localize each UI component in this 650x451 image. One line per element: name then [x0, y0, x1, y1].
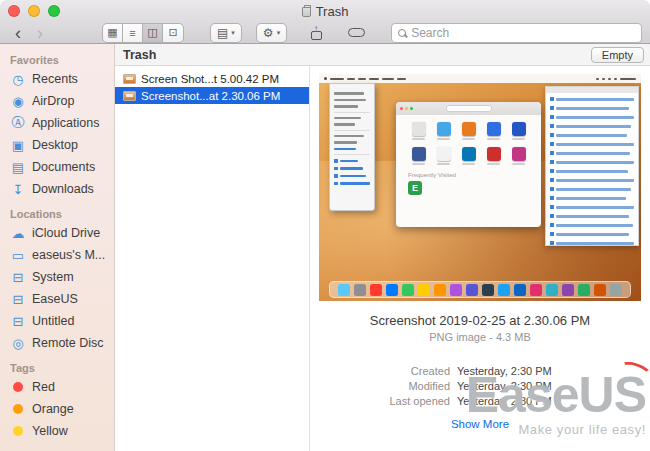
- sidebar-item-desktop[interactable]: ▣Desktop: [0, 134, 114, 156]
- thumb-menu-item: [334, 99, 370, 102]
- thumb-app-label: [462, 163, 475, 165]
- thumb-safari-window: Frequently Visited E: [396, 102, 541, 227]
- thumb-file-name-text: [556, 197, 627, 200]
- file-list: Screen Shot...t 5.00.42 PMScreenshot...a…: [115, 66, 310, 451]
- thumb-list-row: [550, 178, 634, 182]
- file-row[interactable]: Screen Shot...t 5.00.42 PM: [115, 70, 309, 87]
- titlebar[interactable]: Trash: [0, 0, 650, 20]
- empty-trash-button[interactable]: Empty: [591, 47, 644, 63]
- thumb-menu-item: [334, 123, 370, 126]
- sidebar-item-untitled[interactable]: ⊟Untitled: [0, 310, 114, 332]
- pathbar: Trash Empty: [115, 44, 650, 66]
- detail-label: Created: [310, 364, 450, 379]
- thumb-status-icon: [596, 78, 599, 80]
- thumb-app-icon-tile: [487, 147, 501, 161]
- sidebar-item-recents[interactable]: ◷Recents: [0, 68, 114, 90]
- toolbar: ‹ › ▦≡◫⊡ ▤ ▾ ⚙ ▾: [0, 21, 650, 44]
- thumb-dock-icon: [450, 284, 462, 296]
- thumb-app-icon-tile: [437, 122, 451, 136]
- action-menu-button[interactable]: ⚙ ▾: [256, 23, 287, 43]
- gallery-view-button[interactable]: ⊡: [163, 24, 183, 42]
- macbook-icon: ▭: [10, 248, 26, 263]
- sidebar-item-orange[interactable]: Orange: [0, 398, 114, 420]
- zoom-button[interactable]: [48, 5, 60, 17]
- thumb-file-icon: [550, 169, 554, 173]
- list-view-button[interactable]: ≡: [123, 24, 143, 42]
- tag-button[interactable]: [343, 28, 369, 37]
- sidebar-item-yellow[interactable]: Yellow: [0, 420, 114, 442]
- detail-row: CreatedYesterday, 2:30 PM: [310, 364, 650, 379]
- thumb-dock-icon: [386, 284, 398, 296]
- thumb-dock-icon: [594, 284, 606, 296]
- file-row[interactable]: Screenshot...at 2.30.06 PM: [115, 87, 309, 104]
- thumb-app-icon-tile: [412, 147, 426, 161]
- detail-value: Yesterday, 2:30 PM: [450, 394, 552, 409]
- sidebar-item-remote-disc[interactable]: ◎Remote Disc: [0, 332, 114, 354]
- sidebar-item-airdrop[interactable]: ◉AirDrop: [0, 90, 114, 112]
- sidebar-item-documents[interactable]: ▤Documents: [0, 156, 114, 178]
- thumb-menu-item: [334, 117, 370, 120]
- group-button[interactable]: ▤ ▾: [210, 23, 242, 43]
- thumb-app-label: [437, 138, 450, 140]
- thumb-dock-icon: [546, 284, 558, 296]
- thumb-file-name-text: [556, 125, 632, 128]
- back-button[interactable]: ‹: [8, 23, 28, 43]
- column-view-button[interactable]: ◫: [143, 24, 163, 42]
- share-button[interactable]: [303, 26, 329, 40]
- window-title-text: Trash: [316, 4, 349, 19]
- internal-disk-icon: ⊟: [10, 292, 26, 307]
- sidebar-section-title: Favorites: [0, 54, 114, 68]
- thumb-menu-item: [334, 148, 370, 151]
- thumb-menu-item: [334, 167, 370, 171]
- thumb-dock-icon: [530, 284, 542, 296]
- thumb-dock-icon: [482, 284, 494, 296]
- search-input[interactable]: [411, 26, 635, 40]
- thumb-menu-item-text: [334, 117, 361, 120]
- show-more-link[interactable]: Show More: [451, 418, 509, 430]
- thumb-file-icon: [550, 97, 554, 101]
- sidebar-item-label: iCloud Drive: [32, 226, 100, 240]
- search-field[interactable]: [391, 23, 642, 43]
- thumb-menu-item-icon: [334, 159, 338, 163]
- column-view: Screen Shot...t 5.00.42 PMScreenshot...a…: [115, 66, 650, 451]
- preview-image[interactable]: Frequently Visited E: [319, 74, 641, 301]
- sidebar-item-applications[interactable]: ⒶApplications: [0, 112, 114, 134]
- sidebar-item-system[interactable]: ⊟System: [0, 266, 114, 288]
- detail-value: Yesterday, 2:30 PM: [450, 379, 552, 394]
- view-mode-control: ▦≡◫⊡: [102, 23, 184, 43]
- thumb-app-icon-tile: [512, 147, 526, 161]
- sidebar-item-label: Remote Disc: [32, 336, 104, 350]
- thumb-file-icon: [550, 160, 554, 164]
- close-button[interactable]: [8, 5, 20, 17]
- sidebar-item-red[interactable]: Red: [0, 376, 114, 398]
- tag-icon: [348, 28, 365, 37]
- sidebar-item-label: Orange: [32, 402, 74, 416]
- thumb-app-label: [487, 138, 500, 140]
- thumb-file-icon: [550, 196, 554, 200]
- sidebar-item-downloads[interactable]: ↧Downloads: [0, 178, 114, 200]
- thumb-app-icon: [412, 122, 426, 140]
- sidebar-item-label: System: [32, 270, 74, 284]
- thumb-list-row: [550, 151, 634, 155]
- preview-details: CreatedYesterday, 2:30 PMModifiedYesterd…: [310, 364, 650, 409]
- forward-button[interactable]: ›: [30, 23, 50, 43]
- thumb-file-name-text: [556, 107, 630, 110]
- sidebar-item-label: Yellow: [32, 424, 68, 438]
- minimize-button[interactable]: [28, 5, 40, 17]
- sidebar-item-easeus-s-m[interactable]: ▭easeus's M...: [0, 244, 114, 266]
- icon-view-button[interactable]: ▦: [103, 24, 123, 42]
- sidebar-item-icloud-drive[interactable]: ☁iCloud Drive: [0, 222, 114, 244]
- thumb-menu-item: [334, 141, 370, 144]
- thumb-file-name-text: [556, 179, 635, 182]
- remote-disc-icon: ◎: [10, 336, 26, 351]
- thumb-file-name-text: [556, 116, 635, 119]
- sidebar-item-label: Desktop: [32, 138, 78, 152]
- thumb-menu-item: [334, 135, 370, 138]
- sidebar-item-easeus[interactable]: ⊟EaseUS: [0, 288, 114, 310]
- thumb-app-icon: [462, 122, 476, 140]
- thumb-menu-separator: [334, 130, 370, 131]
- clock-icon: ◷: [10, 72, 26, 87]
- sidebar: Favorites◷Recents◉AirDropⒶApplications▣D…: [0, 44, 115, 451]
- airdrop-icon: ◉: [10, 94, 26, 109]
- thumb-list-row: [550, 142, 634, 146]
